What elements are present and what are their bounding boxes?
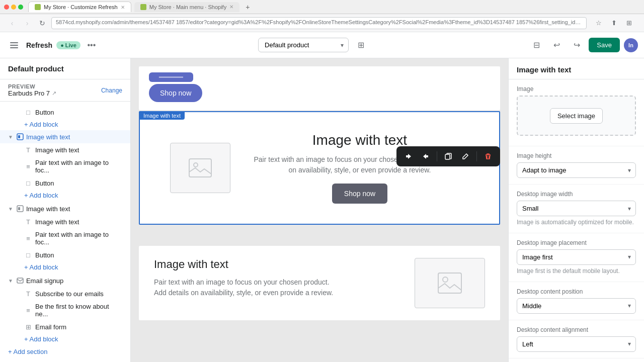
add-block-button-top[interactable]: + Add block — [0, 119, 130, 130]
tab-close-active[interactable]: ✕ — [121, 5, 125, 10]
selected-section-label: Image with text — [139, 112, 185, 120]
footer-label: FOOTER — [0, 357, 130, 362]
text-icon-3: T — [24, 218, 32, 226]
image-height-label: Image height — [517, 152, 636, 159]
toolbar-delete-button[interactable] — [481, 149, 495, 163]
top-bar-element: ━━━━━━ — [159, 73, 183, 81]
image-upload-area[interactable]: Select image — [517, 96, 636, 136]
section-header-email[interactable]: ▼ Email signup — [0, 274, 130, 287]
forward-button[interactable]: › — [21, 17, 33, 29]
url-bar: ‹ › ↻ 5874cd.myshopify.com/admin/themes/… — [0, 14, 644, 32]
new-tab-button[interactable]: + — [243, 2, 253, 12]
canvas-inner: ━━━━━━ Shop now Image with text — [131, 58, 508, 362]
browser-tab-active[interactable]: My Store · Customize Refresh ✕ — [28, 2, 131, 12]
panel-position-section: Desktop content position Top Middle Bott… — [509, 282, 644, 320]
svg-rect-4 — [18, 135, 20, 138]
top-section-block: ━━━━━━ Shop now — [139, 66, 500, 110]
alignment-select[interactable]: Left Center Right — [517, 336, 636, 352]
collapse-icon-2: ▼ — [8, 206, 13, 212]
bottom-body: Pair text with an image to focus on your… — [154, 277, 336, 298]
extensions-icon[interactable]: ⊞ — [622, 16, 636, 30]
image-placeholder-icon — [188, 158, 212, 178]
section-header-2[interactable]: ▼ Image with text — [0, 202, 130, 215]
live-badge: ● Live — [56, 41, 80, 49]
left-sidebar: Default product PREVIEW Earbuds Pro 7 ↗ … — [0, 58, 131, 362]
add-block-button-email[interactable]: + Add block — [0, 333, 130, 345]
placement-hint: Image first is the default mobile layout… — [517, 267, 636, 276]
sidebar-item-email-form[interactable]: ⊞ Email form — [0, 320, 130, 333]
product-dropdown[interactable]: Default product — [258, 38, 349, 52]
share-icon[interactable]: ⬆ — [607, 16, 621, 30]
sidebar-item-subscribe[interactable]: T Subscribe to our emails — [0, 287, 130, 300]
sidebar-item-be-first[interactable]: ≡ Be the first to know about ne... — [0, 300, 130, 320]
refresh-button[interactable]: ↻ — [36, 17, 48, 29]
placement-select[interactable]: Image first Image second — [517, 249, 636, 265]
desktop-view-button[interactable]: ⊟ — [528, 37, 544, 53]
block-icon-2: □ — [24, 179, 32, 187]
redo-button[interactable]: ↪ — [569, 37, 585, 53]
sidebar-title: Default product — [8, 64, 122, 73]
add-block-button-1[interactable]: + Add block — [0, 190, 130, 201]
more-options-button[interactable]: ••• — [85, 38, 99, 52]
panel-placement-section: Desktop image placement Image first Imag… — [509, 233, 644, 282]
preview-label: PREVIEW — [8, 83, 56, 89]
position-select[interactable]: Top Middle Bottom — [517, 298, 636, 314]
sidebar-item-pair-text-2[interactable]: ≡ Pair text with an image to foc... — [0, 228, 130, 248]
change-link[interactable]: Change — [101, 87, 122, 94]
back-button[interactable]: ‹ — [6, 17, 18, 29]
add-block-button-2[interactable]: + Add block — [0, 261, 130, 273]
sidebar-item-pair-text-1[interactable]: ≡ Pair text with an image to foc... — [0, 156, 130, 176]
sidebar-item-image-text-1[interactable]: T Image with text — [0, 143, 130, 156]
sidebar-item-button-2[interactable]: □ Button — [0, 248, 130, 261]
undo-button[interactable]: ↩ — [548, 37, 565, 53]
desktop-width-select-wrapper: Small Medium Large — [517, 201, 636, 216]
select-image-button[interactable]: Select image — [550, 108, 603, 124]
image-height-select[interactable]: Adapt to image Small Medium Large — [517, 162, 636, 178]
desktop-width-select[interactable]: Small Medium Large — [517, 201, 636, 216]
top-bar-right: ⊟ ↩ ↪ Save In — [528, 37, 638, 53]
text-icon-1: T — [24, 146, 32, 154]
top-bar: Refresh ● Live ••• Default product ⊞ ⊟ ↩… — [0, 32, 644, 58]
add-section-button[interactable]: + Add section — [0, 346, 130, 357]
save-button[interactable]: Save — [589, 38, 620, 52]
svg-rect-2 — [10, 47, 18, 48]
image-height-select-wrapper: Adapt to image Small Medium Large — [517, 162, 636, 178]
top-bar-left: Refresh ● Live ••• — [6, 37, 99, 53]
selected-section[interactable]: Image with text Image with text Pair tex… — [139, 111, 500, 225]
position-label: Desktop content position — [517, 288, 636, 295]
sidebar-item-button-1[interactable]: □ Button — [0, 176, 130, 190]
image-with-text-section: Image with text Pair text with an image … — [140, 112, 499, 224]
panel-header: Image with text — [509, 58, 644, 79]
toolbar-edit-button[interactable] — [458, 149, 472, 163]
device-view-button[interactable]: ⊞ — [353, 37, 369, 53]
url-field[interactable]: 5874cd.myshopify.com/admin/themes/145374… — [51, 17, 587, 29]
browser-tab-inactive[interactable]: My Store · Main menu · Shopify ✕ — [134, 2, 239, 12]
svg-rect-10 — [189, 159, 211, 177]
section-header-1[interactable]: ▼ Image with text — [0, 130, 130, 143]
right-panel: Image with text Image Select image Image… — [508, 58, 644, 362]
panel-content-layout-section: Content layout No overlap Overlap — [509, 358, 644, 362]
section-group-2: ▼ Image with text T Image with text ≡ Pa… — [0, 202, 130, 273]
shop-now-top-button[interactable]: Shop now — [149, 84, 202, 102]
browser-icons: ☆ ⬆ ⊞ — [590, 16, 638, 30]
shop-now-main-button[interactable]: Shop now — [332, 184, 387, 204]
svg-rect-12 — [445, 154, 450, 159]
sidebar-item-image-text-2[interactable]: T Image with text — [0, 215, 130, 228]
tab-close-inactive[interactable]: ✕ — [229, 4, 233, 10]
sidebar-items: □ Button + Add block ▼ Image with text T… — [0, 102, 130, 362]
section-group-1: ▼ Image with text T Image with text ≡ Pa… — [0, 130, 130, 201]
panel-title: Image with text — [517, 65, 636, 74]
toolbar-move-up-button[interactable] — [401, 149, 416, 163]
image-placeholder — [170, 143, 230, 193]
alignment-label: Desktop content alignment — [517, 326, 636, 333]
sidebar-item-button-top[interactable]: □ Button — [0, 106, 130, 119]
section-icon-email — [16, 277, 24, 285]
menu-button[interactable] — [6, 37, 22, 53]
alignment-select-wrapper: Left Center Right — [517, 336, 636, 352]
toolbar-duplicate-button[interactable] — [441, 149, 455, 163]
block-icon: □ — [24, 108, 32, 116]
preview-section: PREVIEW Earbuds Pro 7 ↗ Change — [0, 79, 130, 102]
bookmark-icon[interactable]: ☆ — [592, 16, 606, 30]
canvas-area: ━━━━━━ Shop now Image with text — [131, 58, 508, 362]
toolbar-move-down-button[interactable] — [419, 149, 433, 163]
